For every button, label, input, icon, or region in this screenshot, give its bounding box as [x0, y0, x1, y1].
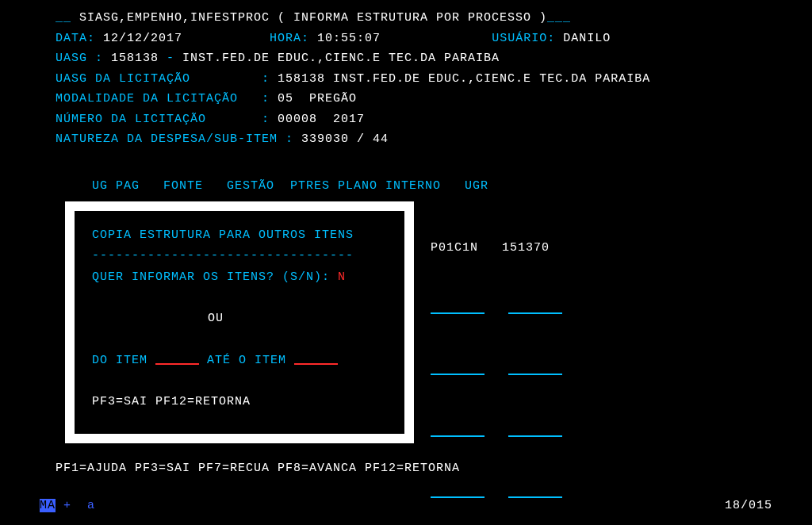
column-headers: UG PAG FONTE GESTÃO PTRES PLANO INTERNO …: [92, 176, 488, 197]
plano-value: P01C1N: [431, 241, 478, 255]
breadcrumb: __ SIASG,EMPENHO,INFESTPROC ( INFORMA ES…: [56, 8, 796, 29]
plano-input[interactable]: [431, 302, 485, 314]
to-item-input[interactable]: [294, 353, 338, 365]
info-line-1: DATA: 12/12/2017 HORA: 10:55:07 USUÁRIO:…: [56, 29, 796, 49]
popup-fkeys: PF3=SAI PF12=RETORNA: [92, 392, 387, 412]
uasg-lic-line: UASG DA LICITAÇÃO : 158138 INST.FED.DE E…: [56, 69, 796, 90]
numero-line: NÚMERO DA LICITAÇÃO : 00008 2017: [56, 109, 796, 130]
popup-title: COPIA ESTRUTURA PARA OUTROS ITENS: [92, 225, 387, 246]
uasg-line: UASG : 158138 - INST.FED.DE EDUC.,CIENC.…: [56, 48, 796, 69]
ugr-value: 151370: [502, 241, 550, 255]
confirm-input[interactable]: N: [338, 270, 346, 284]
ugr-input[interactable]: [508, 363, 562, 375]
popup-dialog: COPIA ESTRUTURA PARA OUTROS ITENS ------…: [65, 201, 414, 443]
ugr-input[interactable]: [508, 302, 562, 314]
popup-range-line: DO ITEM ATÉ O ITEM: [92, 351, 387, 371]
cursor-position: 18/015: [725, 496, 772, 516]
modalidade-line: MODALIDADE DA LICITAÇÃO : 05 PREGÃO: [56, 89, 796, 109]
ugr-input[interactable]: [508, 425, 562, 437]
popup-or: OU: [92, 308, 387, 329]
from-item-input[interactable]: [155, 353, 199, 365]
plano-input[interactable]: [431, 425, 485, 437]
popup-prompt-line: QUER INFORMAR OS ITENS? (S/N): N: [92, 267, 387, 288]
popup-divider: ---------------------------------: [92, 246, 387, 266]
plano-input[interactable]: [431, 363, 485, 375]
natureza-line: NATUREZA DA DESPESA/SUB-ITEM : 339030 / …: [56, 129, 796, 150]
status-bar: MA + a: [0, 496, 812, 516]
function-keys: PF1=AJUDA PF3=SAI PF7=RECUA PF8=AVANCA P…: [56, 458, 460, 479]
